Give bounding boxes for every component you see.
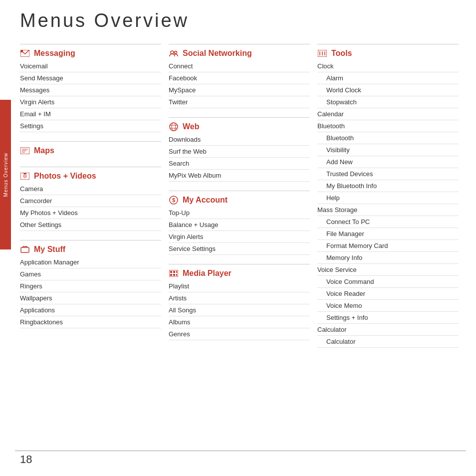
- list-item: Ringers: [20, 280, 161, 292]
- list-item: MySpace: [169, 84, 310, 96]
- svg-point-11: [171, 51, 174, 54]
- list-item: Calculator: [317, 336, 459, 348]
- list-item: Add New: [317, 156, 459, 168]
- list-item: MyPix Web Album: [169, 170, 310, 182]
- maps-icon: [20, 146, 30, 156]
- list-item: My Photos + Videos: [20, 207, 161, 219]
- list-item: Artists: [169, 292, 310, 304]
- list-item: Voice Service: [317, 264, 459, 276]
- photos-title: Photos + Videos: [34, 172, 96, 181]
- svg-rect-9: [23, 173, 26, 174]
- list-item: Playlist: [169, 280, 310, 292]
- list-item: All Songs: [169, 304, 310, 316]
- list-item: Connect To PC: [317, 216, 459, 228]
- media-icon: [169, 268, 179, 278]
- list-item: Voice Memo: [317, 300, 459, 312]
- list-item: Alarm: [317, 72, 459, 84]
- main-content: Menus Overview Messaging Voicemail Send …: [15, 10, 466, 476]
- svg-rect-24: [176, 271, 177, 273]
- list-item: Send Message: [20, 72, 161, 84]
- section-account-header: $ My Account: [169, 191, 310, 205]
- page-container: Menus Overview Menus Overview Messaging …: [0, 0, 476, 476]
- list-item: Voicemail: [20, 60, 161, 72]
- svg-rect-20: [170, 271, 172, 273]
- list-item: Virgin Alerts: [20, 96, 161, 108]
- photos-icon: [20, 171, 30, 181]
- account-icon: $: [169, 195, 179, 205]
- list-item: Surf the Web: [169, 146, 310, 158]
- list-item: Camera: [20, 183, 161, 195]
- column-2: Social Networking Connect Facebook MySpa…: [169, 44, 317, 348]
- list-item: Facebook: [169, 72, 310, 84]
- list-item: Downloads: [169, 134, 310, 146]
- bottom-divider: [15, 451, 466, 451]
- section-social-header: Social Networking: [169, 44, 310, 58]
- svg-point-12: [175, 51, 177, 54]
- list-item: Memory Info: [317, 252, 459, 264]
- columns-container: Messaging Voicemail Send Message Message…: [20, 44, 466, 348]
- list-item: Stopwatch: [317, 96, 459, 108]
- list-item: Voice Reader: [317, 288, 459, 300]
- list-item: Visibility: [317, 144, 459, 156]
- svg-text:$: $: [172, 197, 175, 203]
- list-item: Twitter: [169, 96, 310, 108]
- svg-point-14: [172, 123, 176, 131]
- list-item: Format Memory Card: [317, 240, 459, 252]
- list-item: Search: [169, 158, 310, 170]
- messaging-title: Messaging: [34, 49, 75, 58]
- list-item: Albums: [169, 316, 310, 328]
- list-item: Service Settings: [169, 243, 310, 255]
- messaging-icon: [20, 48, 30, 58]
- column-3: Tools Clock Alarm World Clock Stopwatch …: [317, 44, 466, 348]
- list-item: Other Settings: [20, 219, 161, 231]
- side-tab: Menus Overview: [0, 100, 11, 249]
- list-item: Applications: [20, 304, 161, 316]
- account-title: My Account: [183, 196, 228, 205]
- list-item: Top-Up: [169, 207, 310, 219]
- svg-point-8: [24, 176, 25, 177]
- mystuff-icon: [20, 244, 30, 254]
- list-item: Calendar: [317, 108, 459, 120]
- list-item: Wallpapers: [20, 292, 161, 304]
- section-messaging-header: Messaging: [20, 44, 161, 58]
- web-icon: [169, 122, 179, 132]
- list-item: Camcorder: [20, 195, 161, 207]
- list-item: Application Manager: [20, 256, 161, 268]
- list-item: Virgin Alerts: [169, 231, 310, 243]
- section-photos-header: Photos + Videos: [20, 167, 161, 181]
- section-media-header: Media Player: [169, 264, 310, 278]
- list-item: Calculator: [317, 324, 459, 336]
- column-1: Messaging Voicemail Send Message Message…: [20, 44, 169, 348]
- section-mystuff-header: My Stuff: [20, 240, 161, 254]
- page-number: 18: [20, 453, 32, 466]
- svg-rect-25: [176, 274, 177, 276]
- list-item: Ringbacktones: [20, 316, 161, 328]
- list-item: My Bluetooth Info: [317, 180, 459, 192]
- section-tools-header: Tools: [317, 44, 459, 58]
- list-item: Balance + Usage: [169, 219, 310, 231]
- list-item: File Manager: [317, 228, 459, 240]
- tools-title: Tools: [331, 49, 352, 58]
- list-item: Clock: [317, 60, 459, 72]
- list-item: Messages: [20, 84, 161, 96]
- svg-rect-10: [21, 247, 29, 252]
- list-item: Settings: [20, 120, 161, 132]
- svg-rect-21: [173, 271, 175, 273]
- list-item: Mass Storage: [317, 204, 459, 216]
- list-item: Genres: [169, 328, 310, 340]
- web-title: Web: [183, 122, 199, 131]
- list-item: Bluetooth: [317, 132, 459, 144]
- maps-title: Maps: [34, 146, 54, 155]
- list-item: Bluetooth: [317, 120, 459, 132]
- list-item: Connect: [169, 60, 310, 72]
- section-maps-header: Maps: [20, 141, 161, 156]
- svg-point-13: [170, 123, 178, 131]
- page-title: Menus Overview: [20, 10, 466, 31]
- side-tab-label: Menus Overview: [3, 153, 8, 197]
- svg-rect-1: [20, 50, 23, 52]
- svg-rect-22: [170, 274, 172, 276]
- list-item: Voice Command: [317, 276, 459, 288]
- list-item: World Clock: [317, 84, 459, 96]
- social-title: Social Networking: [183, 49, 252, 58]
- svg-rect-23: [173, 274, 175, 276]
